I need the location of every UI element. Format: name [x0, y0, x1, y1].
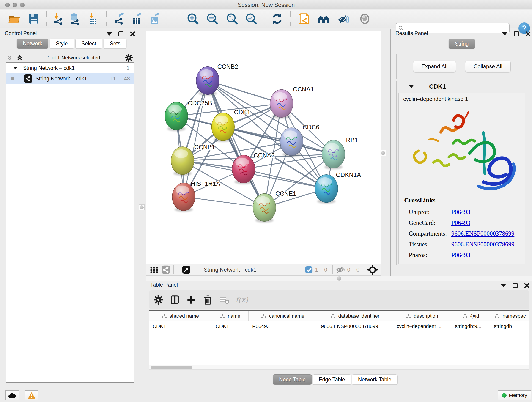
table-panel-menu-caret[interactable] [500, 284, 506, 287]
horizontal-splitter[interactable] [146, 276, 532, 281]
crosslink-genecard-link[interactable]: P06493 [451, 219, 470, 226]
save-session-icon[interactable] [28, 13, 40, 25]
protein-section-caret[interactable] [409, 85, 414, 88]
node-table[interactable]: shared name name canonical name database… [149, 310, 530, 370]
results-panel-float-icon[interactable] [514, 32, 519, 36]
zoom-selected-icon[interactable] [245, 13, 257, 25]
tab-string[interactable]: String [449, 39, 475, 49]
open-in-new-window-icon[interactable] [181, 265, 191, 274]
crosslink-uniprot-link[interactable]: P06493 [451, 209, 470, 216]
cell-name[interactable]: CDK1 [212, 323, 249, 329]
crosslink-tissues-link[interactable]: 9606.ENSP00000378699 [451, 241, 514, 248]
column-header-canonical-name[interactable]: canonical name [249, 311, 317, 321]
cell--id[interactable]: stringdb:9... [451, 323, 490, 329]
crosslink-compartments-link[interactable]: 9606.ENSP00000378699 [451, 230, 514, 237]
results-panel-menu-caret[interactable] [502, 32, 507, 36]
cell-canonical-name[interactable]: P06493 [249, 323, 317, 329]
network-canvas[interactable]: CCNB2 CCNA1 CDC25B CDK1 CDC6 RB1 CCNB1 C… [146, 31, 381, 264]
export-image-icon[interactable] [149, 13, 161, 25]
warning-icon [28, 392, 36, 399]
tab-style[interactable]: Style [50, 38, 74, 49]
scrollbar-thumb[interactable] [151, 366, 192, 369]
tab-edge-table[interactable]: Edge Table [312, 375, 351, 385]
table-settings-gear-icon[interactable] [153, 294, 164, 305]
results-panel-close-icon[interactable] [525, 31, 531, 37]
zoom-fit-icon[interactable] [226, 13, 238, 25]
open-session-icon[interactable] [8, 13, 20, 25]
tab-network[interactable]: Network [17, 38, 48, 49]
tab-node-table[interactable]: Node Table [273, 375, 312, 385]
collapse-all-icon[interactable] [6, 54, 13, 61]
column-header-database-identifier[interactable]: database identifier [317, 311, 393, 321]
memory-button[interactable]: Memory [498, 390, 531, 400]
warnings-button[interactable] [25, 390, 38, 400]
control-panel-menu-caret[interactable] [107, 32, 112, 36]
import-table-icon[interactable] [87, 13, 99, 25]
cell-description[interactable]: cyclin–dependent ... [393, 323, 451, 329]
string-document-icon[interactable] [298, 13, 310, 25]
cell-database-identifier[interactable]: 9606.ENSP00000378699 [317, 323, 393, 329]
show-columns-icon[interactable] [170, 294, 180, 305]
export-network-icon[interactable] [113, 13, 125, 25]
houses-icon[interactable] [317, 13, 329, 25]
node-RB1[interactable]: RB1 [322, 137, 358, 169]
table-row[interactable]: CDK1CDK1P064939606.ENSP00000378699cyclin… [149, 321, 530, 332]
export-table-icon[interactable] [131, 13, 143, 25]
table-panel-close-icon[interactable] [524, 283, 530, 288]
tab-sets[interactable]: Sets [104, 38, 127, 49]
delete-columns-trash-icon[interactable] [203, 294, 213, 305]
node-CDK1[interactable]: CDK1 [211, 109, 250, 142]
zoom-out-icon[interactable] [206, 13, 218, 25]
edge-CCNB2-HIST1H1A[interactable] [184, 81, 208, 197]
column-header-namespac[interactable]: namespac [490, 311, 530, 321]
collection-expand-caret[interactable] [13, 67, 17, 69]
cloud-icon [8, 392, 16, 398]
birds-eye-view-icon[interactable] [359, 13, 371, 25]
node-CCNE1[interactable]: CCNE1 [253, 190, 296, 223]
node-CCNA2[interactable]: CCNA2 [232, 152, 274, 184]
create-column-icon[interactable] [186, 294, 196, 305]
column-header--id[interactable]: @id [451, 311, 490, 321]
graphics-details-icon[interactable] [338, 13, 350, 25]
network-row-selected[interactable]: String Network – cdk1 11 48 [6, 73, 134, 84]
network-options-gear-icon[interactable] [124, 53, 133, 62]
node-HIST1H1A[interactable]: HIST1H1A [172, 180, 220, 212]
control-panel-float-icon[interactable] [119, 32, 123, 36]
tab-select[interactable]: Select [75, 38, 102, 49]
table-panel-float-icon[interactable] [513, 283, 518, 288]
import-network-icon[interactable] [52, 13, 64, 25]
node-CCNB2[interactable]: CCNB2 [196, 63, 238, 96]
crosslink-pharos-link[interactable]: P06493 [451, 252, 470, 259]
tab-network-table[interactable]: Network Table [352, 375, 398, 385]
table-horizontal-scrollbar[interactable] [149, 365, 530, 370]
clear-table-icon[interactable] [219, 294, 230, 305]
column-header-label: canonical name [269, 313, 304, 319]
cell-namespac[interactable]: stringdb [490, 323, 530, 329]
refresh-icon[interactable] [271, 13, 283, 25]
zoom-in-icon[interactable] [187, 13, 199, 25]
cell-shared-name[interactable]: CDK1 [149, 323, 212, 329]
import-network-from-database-icon[interactable] [69, 13, 80, 25]
expand-all-icon[interactable] [16, 54, 23, 61]
hidden-elements-eye-icon[interactable] [336, 266, 345, 274]
grid-view-icon[interactable] [150, 265, 159, 274]
collapse-all-button[interactable]: Collapse All [465, 61, 511, 72]
edge-CCNE1-HIST1H1A[interactable] [184, 197, 264, 208]
right-splitter-handle[interactable] [380, 150, 386, 156]
node-CDC25B[interactable]: CDC25B [165, 100, 212, 131]
birds-eye-crosshair-icon[interactable] [367, 265, 378, 275]
node-CDKN1A[interactable]: CDKN1A [315, 172, 361, 204]
node-CDC6[interactable]: CDC6 [280, 124, 319, 157]
cloud-status-button[interactable] [5, 390, 19, 400]
network-share-view-icon[interactable] [161, 265, 171, 274]
network-collection-row[interactable]: String Network – cdk1 1 [6, 63, 134, 73]
left-splitter-handle[interactable] [139, 204, 145, 211]
column-header-description[interactable]: description [393, 311, 451, 321]
control-panel-close-icon[interactable] [130, 31, 135, 37]
column-header-shared-name[interactable]: shared name [149, 311, 212, 321]
selected-nodes-checkbox-icon[interactable] [305, 266, 313, 274]
column-header-name[interactable]: name [212, 311, 249, 321]
expand-all-button[interactable]: Expand All [413, 61, 456, 72]
network-view-title: String Network - cdk1 [204, 267, 256, 273]
edge-CCNB2-CCNE1[interactable] [208, 81, 264, 208]
